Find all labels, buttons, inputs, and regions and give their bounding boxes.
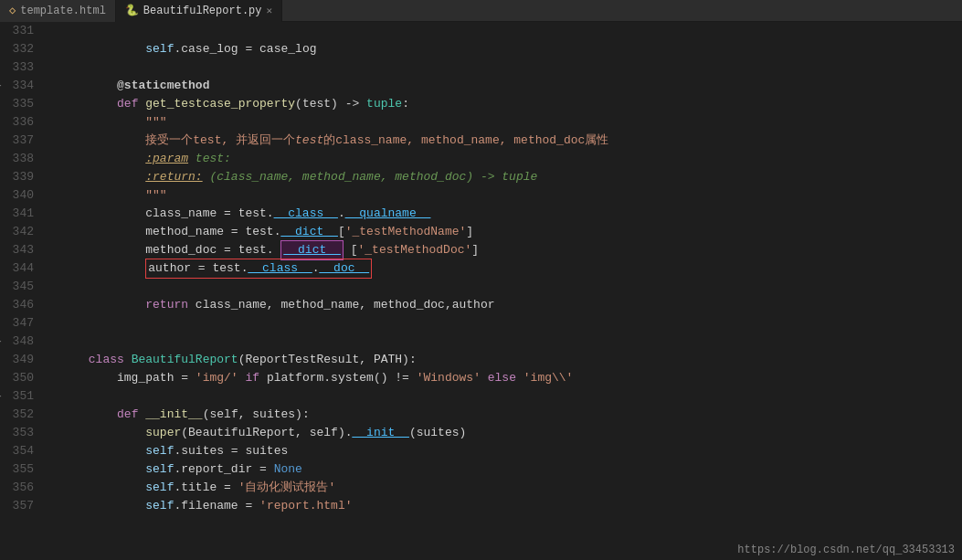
line-num-346: 346 — [4, 296, 34, 314]
code-line-346 — [46, 296, 962, 314]
line-num-335: 335 — [4, 95, 34, 113]
code-line-355: self.title = '自动化测试报告' — [46, 460, 962, 479]
line-num-341: 341 — [4, 205, 34, 223]
line-num-333: 333 — [4, 58, 34, 77]
code-line-339: """ — [46, 168, 962, 186]
tab-beautifulreport[interactable]: 🐍 BeautifulReport.py ✕ — [116, 0, 282, 22]
line-num-352: 352 — [4, 406, 34, 424]
tab-template-label: template.html — [20, 5, 106, 17]
line-num-345: 345 — [4, 278, 34, 296]
line-num-351: 351 — [4, 387, 34, 406]
line-num-339: 339 — [4, 168, 34, 186]
line-num-355: 355 — [4, 460, 34, 479]
code-line-351: def __init__(self, suites): — [46, 387, 962, 406]
tab-template[interactable]: ◇ template.html — [0, 0, 116, 22]
code-line-350 — [46, 369, 962, 387]
code-container: 331 332 333 334 335 336 337 338 339 340 … — [0, 22, 962, 560]
code-area[interactable]: self.case_log = case_log @staticmethod d… — [41, 22, 962, 560]
code-line-347 — [46, 314, 962, 333]
line-num-343: 343 — [4, 241, 34, 259]
tab-beautifulreport-icon: 🐍 — [125, 4, 139, 17]
code-line-341: method_name = test.__dict__['_testMethod… — [46, 205, 962, 223]
code-line-356: self.filename = 'report.html' — [46, 479, 962, 497]
code-line-352: super(BeautifulReport, self).__init__(su… — [46, 406, 962, 424]
line-num-349: 349 — [4, 351, 34, 369]
line-num-338: 338 — [4, 150, 34, 168]
tab-close-icon[interactable]: ✕ — [266, 5, 272, 16]
line-num-354: 354 — [4, 442, 34, 460]
code-line-336: 接受一个test, 并返回一个test的class_name, method_n… — [46, 113, 962, 132]
line-num-342: 342 — [4, 223, 34, 241]
line-numbers: 331 332 333 334 335 336 337 338 339 340 … — [0, 22, 41, 560]
code-line-343: author = test.__class__.__doc__ — [46, 241, 962, 259]
code-line-338: :return: (class_name, method_name, metho… — [46, 150, 962, 168]
line-num-348: 348 — [4, 333, 34, 351]
tab-bar: ◇ template.html 🐍 BeautifulReport.py ✕ — [0, 0, 962, 22]
tab-template-icon: ◇ — [9, 4, 16, 17]
code-line-348: class BeautifulReport(ReportTestResult, … — [46, 333, 962, 351]
code-line-349: img_path = 'img/' if platform.system() !… — [46, 351, 962, 369]
line-num-332: 332 — [4, 40, 34, 58]
code-line-331: self.case_log = case_log — [46, 22, 962, 40]
code-line-333: @staticmethod — [46, 58, 962, 77]
code-line-357 — [46, 497, 962, 515]
code-line-334: def get_testcase_property(test) -> tuple… — [46, 77, 962, 95]
line-num-350: 350 — [4, 369, 34, 387]
code-line-344 — [46, 259, 962, 278]
line-num-356: 356 — [4, 479, 34, 497]
code-line-342: method_doc = test. __dict__ ['_testMetho… — [46, 223, 962, 241]
line-num-340: 340 — [4, 186, 34, 205]
line-num-357: 357 — [4, 497, 34, 515]
tab-beautifulreport-label: BeautifulReport.py — [143, 5, 262, 17]
code-line-332 — [46, 40, 962, 58]
line-num-344: 344 — [4, 259, 34, 278]
code-line-335: """ — [46, 95, 962, 113]
code-line-353: self.suites = suites — [46, 424, 962, 442]
code-line-340: class_name = test.__class__.__qualname__ — [46, 186, 962, 205]
line-num-347: 347 — [4, 314, 34, 333]
line-num-334: 334 — [4, 77, 34, 95]
code-line-345: return class_name, method_name, method_d… — [46, 278, 962, 296]
line-num-353: 353 — [4, 424, 34, 442]
code-line-337: :param test: — [46, 132, 962, 150]
watermark: https://blog.csdn.net/qq_33453313 — [737, 544, 955, 556]
line-num-337: 337 — [4, 132, 34, 150]
line-num-336: 336 — [4, 113, 34, 132]
line-num-331: 331 — [4, 22, 34, 40]
code-line-354: self.report_dir = None — [46, 442, 962, 460]
